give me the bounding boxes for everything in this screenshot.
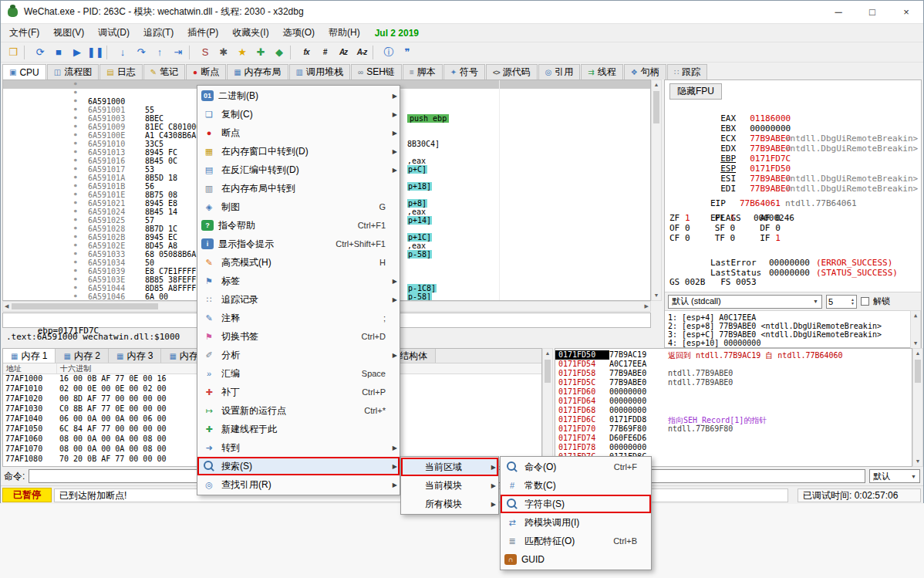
command-profile-select[interactable]: 默认 ▼ [869, 469, 920, 483]
breakpoint-dot-icon[interactable]: ● [74, 275, 77, 281]
scroll-down-icon[interactable]: ▼ [914, 457, 922, 466]
scroll-right-icon[interactable]: ▶ [643, 302, 650, 311]
scylla-icon[interactable]: S [196, 44, 214, 61]
register-row[interactable]: EAX01186000 [669, 103, 921, 113]
stack-row[interactable]: 0171FD64 00000000 [555, 397, 912, 406]
tab-source[interactable]: <> 源代码 [486, 64, 538, 79]
tab-call-stack[interactable]: ▥ 调用堆栈 [289, 64, 350, 79]
toolbar-separator[interactable] [189, 46, 194, 59]
stack-row[interactable]: 0171FD50 77B9AC19 返回到 ntdll.77B9AC19 自 n… [555, 350, 912, 360]
maximize-button[interactable]: □ [855, 1, 889, 24]
stack-row[interactable]: 0171FD74 D60FE6D6 [555, 434, 912, 443]
restart-icon[interactable]: ⟳ [31, 44, 49, 61]
cpu-flag[interactable]: IF 1 [760, 233, 800, 243]
run-icon[interactable]: ▶ [68, 44, 86, 61]
tab-references[interactable]: ◎ 引用 [538, 64, 581, 79]
menu-item-analysis[interactable]: ✐ 分析 ▶ [197, 346, 400, 364]
menu-item-patch[interactable]: ✚ 补丁 Ctrl+P ▶ [197, 383, 400, 401]
argument-row[interactable]: 4: [esp+10] 00000000 [668, 339, 907, 347]
menu-item-find-references[interactable]: ◎ 查找引用(R) ▶ [197, 475, 400, 494]
scroll-track[interactable] [543, 358, 552, 457]
cpu-flag[interactable]: SF 0 [715, 223, 755, 233]
menu-item-follow-in-disassembler[interactable]: ▤ 在反汇编中转到(D) ▶ [197, 161, 400, 179]
tab-notes[interactable]: ✎ 笔记 [143, 64, 185, 79]
breakpoint-dot-icon[interactable]: ● [74, 182, 77, 188]
breakpoint-dot-icon[interactable]: ● [74, 208, 77, 213]
stop-icon[interactable]: ■ [49, 44, 68, 61]
menu-item-trace-record[interactable]: ∷ 追踪记录 ▶ [197, 290, 400, 309]
shield-icon[interactable]: ◆ [270, 44, 288, 61]
breakpoint-dot-icon[interactable]: ● [74, 259, 77, 264]
argument-row[interactable]: 2: [esp+8] 77B9ABE0 <ntdll.DbgUiRemoteBr… [668, 322, 907, 330]
breakpoint-dot-icon[interactable]: ● [74, 284, 77, 289]
cpu-flag[interactable]: CF 0 [669, 233, 710, 243]
cpu-flag[interactable]: DF 0 [760, 223, 800, 233]
breakpoint-dot-icon[interactable]: ● [74, 225, 77, 230]
scroll-up-icon[interactable]: ▲ [912, 311, 919, 320]
breakpoint-dot-icon[interactable]: ● [74, 89, 77, 94]
menu-item-breakpoint[interactable]: ● 断点 ▶ [197, 123, 400, 142]
run-to-user-code-icon[interactable]: ⇥ [169, 44, 187, 61]
tab-symbols[interactable]: ✦ 符号 [443, 64, 485, 79]
scroll-up-icon[interactable]: ▲ [544, 349, 552, 358]
scroll-track[interactable] [652, 90, 661, 291]
menu-item-highlight-mode[interactable]: ✎ 高亮模式(H) H ▶ [197, 253, 400, 272]
menu-item-search[interactable]: 搜索(S) ▶ [197, 457, 400, 475]
breakpoint-dot-icon[interactable]: ● [74, 80, 77, 86]
stack-row[interactable]: 0171FD60 00000000 [555, 387, 912, 397]
menu-item-instruction-help[interactable]: ? 指令帮助 Ctrl+F1 ▶ [197, 216, 400, 235]
argument-row[interactable]: 3: [esp+C] 77B9ABE0 <ntdll.DbgUiRemoteBr… [668, 330, 907, 339]
breakpoint-dot-icon[interactable]: ● [74, 199, 77, 204]
plugins-icon[interactable]: ✚ [251, 44, 270, 61]
submenu-item-pattern[interactable]: ≣ 匹配特征(O) Ctrl+B [501, 532, 651, 550]
stack-panel[interactable]: 0171FD50 77B9AC19 返回到 ntdll.77B9AC19 自 n… [555, 348, 912, 467]
stack-row[interactable]: 0171FD6C 0171FDD8 指向SEH_Record[1]的指针 [555, 415, 912, 424]
stack-scrollbar[interactable]: ▲ ▼ [912, 348, 923, 467]
tab-trace[interactable]: ∷ 跟踪 [667, 64, 707, 79]
submenu-item-all-modules[interactable]: 所有模块 ▶ [401, 495, 498, 513]
register-row[interactable]: EDX77B9ABE0<ntdll.DbgUiRemoteBreakin> [669, 134, 921, 144]
breakpoint-dot-icon[interactable]: ● [74, 165, 77, 171]
stack-row[interactable]: 0171FD70 77B69F80 ntdll.77B69F80 [555, 424, 912, 434]
menu-item-copy[interactable]: ❏ 复制(C) ▶ [197, 105, 400, 123]
tab-dump-1[interactable]: ▦ 内存 1 [3, 349, 56, 363]
hash-icon[interactable]: # [315, 44, 334, 61]
eflags-row[interactable]: EFLAGS00000246 [669, 203, 921, 213]
toolbar-separator[interactable] [106, 46, 112, 59]
argument-row[interactable]: 1: [esp+4] A0C17EEA [668, 313, 907, 322]
submenu-item-command[interactable]: 命令(O) Ctrl+F [501, 458, 651, 476]
menubar-trace[interactable]: 追踪(T) [137, 24, 180, 42]
arguments-panel[interactable]: 1: [esp+4] A0C17EEA 2: [esp+8] 77B9ABE0 … [665, 310, 910, 347]
register-row[interactable]: EDI77B9ABE0<ntdll.DbgUiRemoteBreakin> [669, 174, 921, 184]
breakpoint-dot-icon[interactable]: ● [74, 233, 77, 238]
menubar-debug[interactable]: 调试(D) [91, 24, 137, 42]
tab-dump-3[interactable]: ▦ 内存 3 [109, 349, 161, 363]
tab-script[interactable]: ≡ 脚本 [403, 64, 443, 79]
pause-icon[interactable]: ❚❚ [86, 44, 105, 61]
breakpoint-dot-icon[interactable]: ● [74, 131, 77, 137]
scroll-down-icon[interactable]: ▼ [653, 291, 661, 300]
scroll-thumb[interactable] [915, 360, 921, 383]
calling-convention-select[interactable]: 默认 (stdcall) ▼ [668, 295, 822, 309]
scroll-up-icon[interactable]: ▲ [653, 80, 661, 90]
tab-graph[interactable]: ◫ 流程图 [47, 64, 99, 79]
menu-item-follow-in-memory-map[interactable]: ▥ 在内存布局中转到 ▶ [197, 179, 400, 198]
menu-item-label[interactable]: ⚑ 标签 ▶ [197, 272, 400, 290]
breakpoint-dot-icon[interactable]: ● [74, 140, 77, 145]
stack-row[interactable]: 0171FD58 77B9ABE0 ntdll.77B9ABE0 [555, 369, 912, 378]
menu-item-graph[interactable]: ◈ 制图 G ▶ [197, 198, 400, 216]
breakpoint-dot-icon[interactable]: ● [74, 216, 77, 221]
register-row[interactable]: ESP0171FD50 [669, 154, 921, 164]
stack-row[interactable]: 0171FD78 00000000 [555, 443, 912, 452]
fx-icon[interactable]: fx [297, 44, 315, 61]
arguments-scrollbar[interactable]: ▲ ▼ [910, 310, 921, 349]
menubar-help[interactable]: 帮助(H) [322, 24, 367, 42]
step-out-icon[interactable]: ↑ [150, 44, 169, 61]
breakpoint-dot-icon[interactable]: ● [74, 97, 77, 103]
tab-dump-2[interactable]: ▦ 内存 2 [56, 349, 108, 363]
scroll-up-icon[interactable]: ▲ [914, 349, 922, 358]
breakpoint-dot-icon[interactable]: ● [74, 292, 77, 298]
breakpoint-dot-icon[interactable]: ● [74, 148, 77, 154]
breakpoint-dot-icon[interactable]: ● [74, 267, 77, 272]
submenu-item-current-module[interactable]: 当前模块 ▶ [401, 476, 498, 495]
